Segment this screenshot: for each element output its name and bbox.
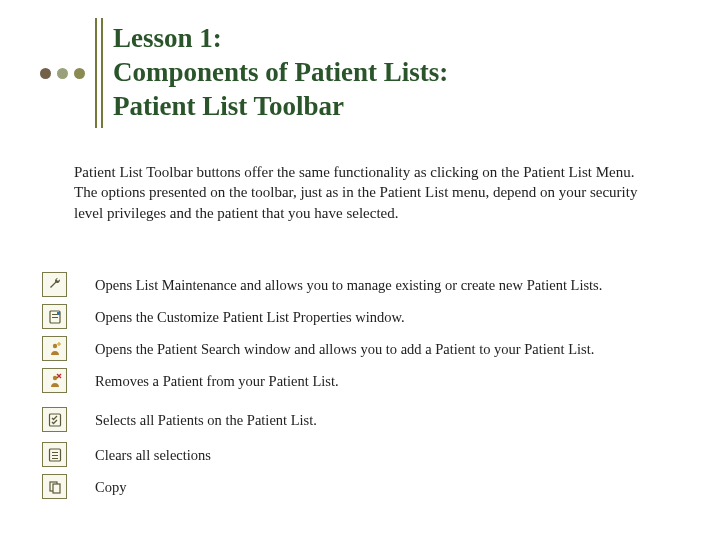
svg-rect-3 xyxy=(57,312,60,315)
list-item: Opens the Patient Search window and allo… xyxy=(42,336,682,361)
svg-rect-10 xyxy=(49,414,60,426)
title-divider xyxy=(95,18,97,128)
bullet-dot xyxy=(57,68,68,79)
bullet-dot xyxy=(40,68,51,79)
title-bullets xyxy=(40,68,85,79)
bullet-dot xyxy=(74,68,85,79)
svg-point-4 xyxy=(52,343,56,347)
item-desc: Opens the Patient Search window and allo… xyxy=(95,336,594,359)
title-line-2: Components of Patient Lists: xyxy=(113,57,448,87)
svg-point-7 xyxy=(52,375,56,379)
select-all-icon xyxy=(42,407,67,432)
title-line-1: Lesson 1: xyxy=(113,23,222,53)
slide-title-block: Lesson 1: Components of Patient Lists: P… xyxy=(40,18,448,128)
svg-rect-2 xyxy=(52,317,58,318)
item-desc: Selects all Patients on the Patient List… xyxy=(95,407,317,430)
clear-all-icon xyxy=(42,442,67,467)
item-desc: Opens List Maintenance and allows you to… xyxy=(95,272,602,295)
copy-icon xyxy=(42,474,67,499)
intro-paragraph: Patient List Toolbar buttons offer the s… xyxy=(74,162,646,223)
item-desc: Clears all selections xyxy=(95,442,211,465)
item-desc: Removes a Patient from your Patient List… xyxy=(95,368,339,391)
svg-rect-14 xyxy=(52,458,58,459)
list-item: Selects all Patients on the Patient List… xyxy=(42,407,682,432)
wrench-icon xyxy=(42,272,67,297)
list-item: Opens the Customize Patient List Propert… xyxy=(42,304,682,329)
list-item: Copy xyxy=(42,474,682,499)
remove-patient-icon xyxy=(42,368,67,393)
svg-rect-13 xyxy=(52,455,58,456)
slide-title: Lesson 1: Components of Patient Lists: P… xyxy=(113,22,448,123)
list-item: Clears all selections xyxy=(42,442,682,467)
add-patient-icon xyxy=(42,336,67,361)
title-divider xyxy=(101,18,103,128)
item-desc: Opens the Customize Patient List Propert… xyxy=(95,304,405,327)
svg-rect-12 xyxy=(52,452,58,453)
list-item: Removes a Patient from your Patient List… xyxy=(42,368,682,393)
toolbar-item-list: Opens List Maintenance and allows you to… xyxy=(42,272,682,506)
title-line-3: Patient List Toolbar xyxy=(113,91,344,121)
item-desc: Copy xyxy=(95,474,126,497)
list-item: Opens List Maintenance and allows you to… xyxy=(42,272,682,297)
properties-icon xyxy=(42,304,67,329)
svg-rect-16 xyxy=(53,484,60,493)
